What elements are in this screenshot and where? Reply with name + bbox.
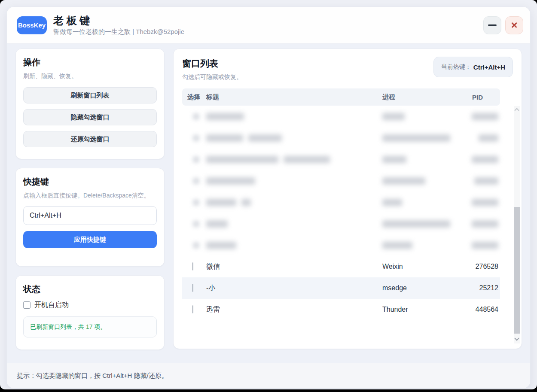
redacted-checkbox	[193, 135, 199, 141]
minimize-icon	[488, 24, 497, 26]
actions-card: 操作 刷新、隐藏、恢复。 刷新窗口列表 隐藏勾选窗口 还原勾选窗口	[15, 49, 165, 159]
row-title: 迅雷	[206, 305, 382, 314]
row-title: -小	[206, 284, 382, 293]
table-row-blurred	[182, 149, 500, 170]
redacted-checkbox	[193, 178, 199, 184]
redacted-title	[206, 242, 236, 249]
redacted-pid	[472, 220, 498, 228]
status-card-title: 状态	[23, 283, 157, 295]
row-title: 微信	[206, 262, 382, 271]
redacted-checkbox	[193, 113, 199, 120]
autostart-checkbox-row[interactable]: 开机自启动	[23, 301, 157, 310]
table-row-blurred	[182, 191, 500, 213]
table-row-blurred	[182, 213, 500, 234]
column-header-process: 进程	[382, 93, 464, 101]
redacted-process	[382, 156, 406, 163]
window-list-title: 窗口列表	[182, 58, 242, 70]
row-pid: 25212	[464, 284, 500, 292]
row-checkbox[interactable]	[192, 262, 193, 270]
table-row: 微信 Weixin 276528	[182, 256, 500, 277]
window-list-titles: 窗口列表 勾选后可隐藏或恢复。	[182, 56, 242, 81]
window-list-head: 窗口列表 勾选后可隐藏或恢复。 当前热键： Ctrl+Alt+H	[182, 56, 513, 81]
autostart-label: 开机自启动	[34, 301, 69, 310]
hotkey-input[interactable]	[23, 206, 157, 225]
redacted-process	[382, 220, 450, 228]
footer-tip: 提示：勾选要隐藏的窗口，按 Ctrl+Alt+H 隐藏/还原。	[17, 372, 168, 380]
app-window: BossKey 老 板 键 誓做每一位老板的一生之敌 | Thebzk@52po…	[6, 6, 531, 389]
autostart-checkbox[interactable]	[23, 301, 31, 309]
current-hotkey-badge: 当前热键： Ctrl+Alt+H	[433, 57, 513, 77]
redacted-checkbox	[193, 156, 199, 163]
close-icon	[510, 21, 518, 29]
table-row-blurred	[182, 234, 500, 256]
status-message-box: 已刷新窗口列表，共 17 项。	[23, 316, 157, 337]
row-process: Weixin	[382, 263, 464, 270]
row-pid: 276528	[464, 263, 500, 270]
hotkey-badge-value: Ctrl+Alt+H	[473, 64, 505, 71]
redacted-pid	[472, 156, 498, 163]
redacted-checkbox	[193, 221, 199, 227]
table-header-row: 选择 标题 进程 PID	[182, 88, 500, 106]
redacted-pid	[472, 242, 498, 249]
hotkey-card-title: 快捷键	[23, 176, 157, 188]
redacted-process	[382, 242, 412, 249]
redacted-process	[382, 199, 402, 206]
column-header-pid: PID	[464, 94, 500, 101]
column-header-select: 选择	[182, 93, 206, 101]
window-list-card: 窗口列表 勾选后可隐藏或恢复。 当前热键： Ctrl+Alt+H 选择 标题 进…	[173, 49, 522, 349]
window-table: 选择 标题 进程 PID	[182, 88, 500, 320]
bosskey-logo: BossKey	[17, 16, 47, 34]
table-row-blurred	[182, 127, 500, 149]
scroll-up-icon[interactable]	[514, 108, 519, 112]
table-row-blurred	[182, 106, 500, 127]
title-block: 老 板 键 誓做每一位老板的一生之敌 | Thebzk@52pojie	[53, 15, 483, 36]
redacted-pid	[472, 113, 498, 120]
row-process: Thunder	[382, 306, 464, 313]
app-subtitle: 誓做每一位老板的一生之敌 | Thebzk@52pojie	[53, 28, 483, 36]
hide-checked-windows-button[interactable]: 隐藏勾选窗口	[23, 109, 157, 125]
redacted-title	[206, 220, 228, 228]
redacted-process	[382, 177, 425, 185]
redacted-process	[382, 134, 450, 142]
close-button[interactable]	[505, 16, 523, 34]
redacted-pid	[474, 177, 498, 185]
redacted-pid	[472, 199, 498, 206]
redacted-pid	[479, 134, 498, 142]
redacted-checkbox	[193, 242, 199, 249]
actions-card-description: 刷新、隐藏、恢复。	[23, 72, 157, 81]
scrollbar-thumb[interactable]	[514, 207, 520, 334]
table-row: 迅雷 Thunder 448564	[182, 299, 500, 320]
actions-card-title: 操作	[23, 57, 157, 68]
minimize-button[interactable]	[483, 16, 501, 34]
table-row-blurred	[182, 170, 500, 191]
apply-hotkey-button[interactable]: 应用快捷键	[23, 231, 157, 248]
hotkey-card-description: 点输入框后直接按键。Delete/Backspace清空。	[23, 191, 157, 200]
table-scrollbar[interactable]	[514, 106, 520, 343]
scroll-down-icon[interactable]	[514, 336, 519, 340]
window-list-subtitle: 勾选后可隐藏或恢复。	[182, 73, 242, 81]
redacted-process	[382, 113, 405, 120]
app-title: 老 板 键	[53, 15, 483, 27]
app-header: BossKey 老 板 键 誓做每一位老板的一生之敌 | Thebzk@52po…	[7, 7, 530, 44]
redacted-checkbox	[193, 199, 199, 206]
app-footer: 提示：勾选要隐藏的窗口，按 Ctrl+Alt+H 隐藏/还原。	[7, 363, 530, 388]
table-row: -小 msedge 25212	[182, 277, 500, 299]
hotkey-badge-label: 当前热键：	[441, 63, 471, 71]
status-card: 状态 开机自启动 已刷新窗口列表，共 17 项。	[15, 275, 165, 350]
refresh-window-list-button[interactable]: 刷新窗口列表	[23, 87, 157, 103]
row-checkbox[interactable]	[192, 305, 193, 313]
status-message: 已刷新窗口列表，共 17 项。	[30, 323, 106, 330]
restore-checked-windows-button[interactable]: 还原勾选窗口	[23, 131, 157, 147]
sidebar: 操作 刷新、隐藏、恢复。 刷新窗口列表 隐藏勾选窗口 还原勾选窗口 快捷键 点输…	[15, 49, 165, 363]
column-header-title: 标题	[206, 93, 382, 101]
redacted-title	[206, 113, 244, 120]
app-body: 操作 刷新、隐藏、恢复。 刷新窗口列表 隐藏勾选窗口 还原勾选窗口 快捷键 点输…	[7, 44, 530, 363]
redacted-title	[206, 177, 255, 185]
row-pid: 448564	[464, 306, 500, 313]
row-checkbox[interactable]	[192, 284, 193, 292]
hotkey-card: 快捷键 点输入框后直接按键。Delete/Backspace清空。 应用快捷键	[15, 168, 165, 267]
row-process: msedge	[382, 284, 464, 292]
window-controls	[483, 16, 523, 34]
